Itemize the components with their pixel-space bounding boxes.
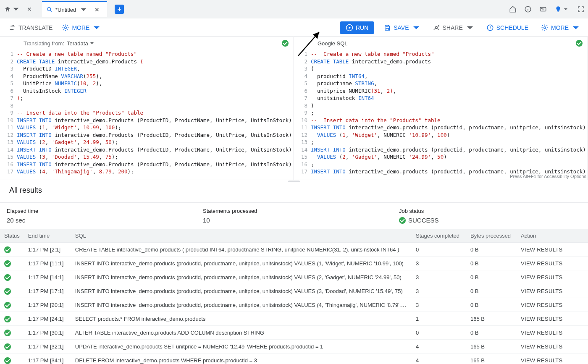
col-status: Status bbox=[0, 229, 24, 243]
bytes: 0 B bbox=[466, 257, 517, 270]
svg-point-3 bbox=[65, 26, 67, 29]
end-time: 1:17 PM [11:1] bbox=[24, 257, 71, 270]
run-label: RUN bbox=[356, 24, 368, 31]
bytes: 0 B bbox=[466, 298, 517, 312]
tab-close-icon[interactable]: ✕ bbox=[91, 5, 103, 15]
more-left-label: MORE bbox=[72, 24, 89, 31]
end-time: 1:17 PM [20:1] bbox=[24, 298, 71, 312]
tab-title: *Untitled bbox=[55, 7, 76, 13]
bytes: 0 B bbox=[466, 270, 517, 284]
elapsed-value: 20 sec bbox=[7, 217, 189, 224]
view-results-button[interactable]: VIEW RESULTS bbox=[521, 316, 562, 322]
share-button[interactable]: SHARE bbox=[429, 21, 477, 34]
sql-text: UPDATE interactive_demo.products SET uni… bbox=[71, 340, 412, 354]
stmts-label: Statements processed bbox=[203, 208, 385, 214]
translating-from-label: Translating from: bbox=[24, 40, 64, 47]
stages: 3 bbox=[412, 284, 466, 298]
keyboard-icon[interactable] bbox=[539, 5, 547, 13]
save-button[interactable]: SAVE bbox=[380, 21, 423, 34]
chevron-down-icon bbox=[13, 6, 19, 13]
chevron-down-icon bbox=[466, 24, 474, 31]
fullscreen-icon[interactable] bbox=[577, 5, 585, 13]
table-row: 1:17 PM [17:1]INSERT INTO interactive_de… bbox=[0, 284, 588, 298]
stages: 3 bbox=[412, 270, 466, 284]
save-icon bbox=[383, 24, 391, 31]
sql-text: DELETE FROM interactive_demo.products WH… bbox=[71, 354, 412, 364]
end-time: 1:17 PM [2:1] bbox=[24, 243, 71, 257]
table-row: 1:17 PM [32:1]UPDATE interactive_demo.pr… bbox=[0, 340, 588, 354]
info-icon[interactable] bbox=[524, 5, 532, 13]
chevron-down-icon bbox=[93, 24, 100, 31]
success-icon bbox=[4, 302, 11, 309]
more-left-button[interactable]: MORE bbox=[58, 21, 104, 34]
col-end: End time bbox=[24, 229, 71, 243]
end-time: 1:17 PM [32:1] bbox=[24, 340, 71, 354]
stmts-value: 10 bbox=[203, 217, 385, 224]
chevron-down-icon[interactable] bbox=[80, 6, 87, 13]
add-tab-button[interactable]: + bbox=[115, 5, 124, 14]
table-row: 1:17 PM [14:1]INSERT INTO interactive_de… bbox=[0, 270, 588, 284]
source-dialect[interactable]: Teradata bbox=[67, 40, 88, 47]
sql-text: INSERT INTO interactive_demo.products (p… bbox=[71, 270, 412, 284]
stages: 3 bbox=[412, 298, 466, 312]
more-right-button[interactable]: MORE bbox=[538, 21, 583, 34]
table-row: 1:17 PM [24:1]SELECT products.* FROM int… bbox=[0, 312, 588, 326]
schedule-label: SCHEDULE bbox=[496, 24, 528, 31]
view-results-button[interactable]: VIEW RESULTS bbox=[521, 260, 562, 267]
chevron-down-icon[interactable] bbox=[90, 41, 94, 45]
view-results-button[interactable]: VIEW RESULTS bbox=[521, 246, 562, 253]
stages: 0 bbox=[412, 326, 466, 340]
pane-resize-handle[interactable] bbox=[288, 181, 300, 182]
chevron-down-icon bbox=[412, 24, 420, 31]
bytes: 0 B bbox=[466, 326, 517, 340]
translate-label: TRANSLATE bbox=[18, 24, 52, 31]
query-icon bbox=[46, 6, 53, 13]
sql-text: INSERT INTO interactive_demo.products (p… bbox=[71, 298, 412, 312]
stages: 4 bbox=[412, 354, 466, 364]
sql-text: INSERT INTO interactive_demo.products (p… bbox=[71, 284, 412, 298]
success-icon bbox=[282, 40, 289, 47]
save-label: SAVE bbox=[394, 24, 409, 31]
bytes: 165 B bbox=[466, 354, 517, 364]
sql-text: ALTER TABLE interactive_demo.products AD… bbox=[71, 326, 412, 340]
view-results-button[interactable]: VIEW RESULTS bbox=[521, 330, 562, 336]
home-outline-icon[interactable] bbox=[509, 5, 517, 13]
table-row: 1:17 PM [34:1]DELETE FROM interactive_de… bbox=[0, 354, 588, 364]
col-action: Action bbox=[517, 229, 588, 243]
lightbulb-icon[interactable] bbox=[554, 5, 562, 13]
schedule-button[interactable]: SCHEDULE bbox=[483, 21, 532, 34]
translate-button[interactable]: TRANSLATE bbox=[5, 21, 56, 34]
share-label: SHARE bbox=[443, 24, 463, 31]
table-row: 1:17 PM [2:1]CREATE TABLE interactive_de… bbox=[0, 243, 588, 257]
bytes: 165 B bbox=[466, 340, 517, 354]
sql-text: CREATE TABLE interactive_demo.products (… bbox=[71, 243, 412, 257]
play-icon bbox=[346, 24, 353, 31]
view-results-button[interactable]: VIEW RESULTS bbox=[521, 357, 562, 364]
target-editor[interactable]: 1234567891011121314151617 -- Create a ne… bbox=[294, 50, 588, 180]
source-editor[interactable]: 1234567891011121314151617 -- Create a ne… bbox=[0, 50, 294, 180]
svg-point-6 bbox=[544, 26, 546, 29]
view-results-button[interactable]: VIEW RESULTS bbox=[521, 343, 562, 350]
close-icon[interactable]: ✕ bbox=[24, 4, 35, 14]
query-toolbar: TRANSLATE MORE RUN SAVE SHARE SCHEDULE bbox=[0, 18, 588, 37]
bytes: 165 B bbox=[466, 312, 517, 326]
success-icon bbox=[4, 288, 11, 295]
svg-rect-2 bbox=[540, 8, 546, 11]
success-icon bbox=[399, 217, 406, 224]
home-button[interactable] bbox=[3, 3, 22, 15]
chevron-down-icon[interactable] bbox=[564, 7, 568, 11]
view-results-button[interactable]: VIEW RESULTS bbox=[521, 274, 562, 280]
target-pane: Google SQL 1234567891011121314151617 -- … bbox=[294, 37, 588, 180]
view-results-button[interactable]: VIEW RESULTS bbox=[521, 302, 562, 308]
end-time: 1:17 PM [34:1] bbox=[24, 354, 71, 364]
success-icon bbox=[576, 40, 583, 47]
view-results-button[interactable]: VIEW RESULTS bbox=[521, 288, 562, 294]
end-time: 1:17 PM [17:1] bbox=[24, 284, 71, 298]
table-row: 1:17 PM [30:1]ALTER TABLE interactive_de… bbox=[0, 326, 588, 340]
tab-untitled[interactable]: *Untitled ✕ bbox=[42, 1, 107, 17]
job-label: Job status bbox=[399, 208, 581, 214]
run-button[interactable]: RUN bbox=[340, 21, 374, 34]
success-icon bbox=[4, 274, 11, 281]
table-row: 1:17 PM [20:1]INSERT INTO interactive_de… bbox=[0, 298, 588, 312]
table-row: 1:17 PM [11:1]INSERT INTO interactive_de… bbox=[0, 257, 588, 270]
